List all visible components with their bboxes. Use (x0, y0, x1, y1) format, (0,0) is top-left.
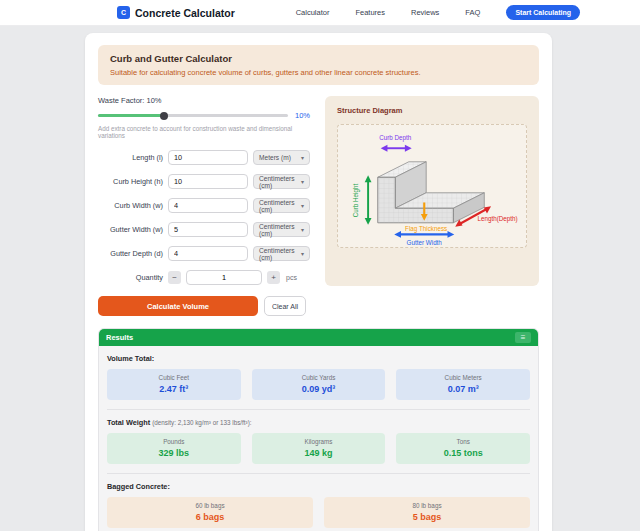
slider-thumb[interactable] (160, 112, 168, 120)
waste-factor-slider[interactable] (98, 114, 288, 117)
arrow-left-icon (394, 231, 401, 238)
density-note: (density: 2,130 kg/m³ or 133 lbs/ft³): (152, 419, 251, 426)
nav-calculator[interactable]: Calculator (296, 8, 330, 17)
calculator-banner: Curb and Gutter Calculator Suitable for … (98, 45, 539, 85)
top-navbar: C Concrete Calculator Calculator Feature… (0, 0, 640, 26)
chevron-down-icon: ▾ (301, 202, 304, 209)
volume-total-label: Volume Total: (107, 354, 530, 363)
tons-value: 0.15 tons (400, 448, 526, 458)
gutter-depth-input[interactable] (168, 246, 248, 261)
waste-factor-hint: Add extra concrete to account for constr… (98, 125, 310, 139)
calculator-body: Waste Factor: 10% 10% Add extra concrete… (98, 96, 539, 316)
start-calculating-button[interactable]: Start Calculating (506, 5, 580, 20)
slider-fill (98, 114, 164, 117)
gutter-width-label: Gutter Width (407, 239, 443, 246)
tons-label: Tons (400, 438, 526, 445)
quantity-label: Quantity (98, 273, 163, 282)
results-section: Results ≡ Volume Total: Cubic Feet 2.47 … (98, 328, 539, 531)
chevron-down-icon: ▾ (301, 250, 304, 257)
waste-factor-row: 10% (98, 111, 310, 120)
waste-factor-label: Waste Factor: 10% (98, 96, 310, 105)
quantity-increment-button[interactable]: + (267, 271, 280, 284)
curb-height-unit-value: Centimeters (cm) (259, 175, 301, 189)
quantity-row: Quantity − + pcs (98, 270, 310, 285)
length-field-row: Length (l) Meters (m) ▾ (98, 150, 310, 165)
curb-height-unit-select[interactable]: Centimeters (cm) ▾ (253, 174, 310, 189)
action-row: Calculate Volume Clear All (98, 296, 310, 316)
length-depth-label: Length(Depth) (478, 215, 518, 223)
cubic-meters-value: 0.07 m³ (400, 384, 526, 394)
curb-height-input[interactable] (168, 174, 248, 189)
gutter-width-unit-value: Centimeters (cm) (259, 223, 301, 237)
results-header: Results ≡ (99, 329, 538, 346)
results-menu-icon[interactable]: ≡ (515, 332, 531, 343)
gutter-depth-label: Gutter Depth (d) (98, 249, 163, 258)
quantity-decrement-button[interactable]: − (168, 271, 181, 284)
nav-reviews[interactable]: Reviews (411, 8, 439, 17)
cubic-feet-card: Cubic Feet 2.47 ft³ (107, 369, 241, 400)
gutter-width-input[interactable] (168, 222, 248, 237)
gutter-width-field-row: Gutter Width (w) Centimeters (cm) ▾ (98, 222, 310, 237)
gutter-depth-field-row: Gutter Depth (d) Centimeters (cm) ▾ (98, 246, 310, 261)
weight-cards: Pounds 329 lbs Kilograms 149 kg Tons 0.1… (107, 433, 530, 464)
cubic-yards-card: Cubic Yards 0.09 yd³ (252, 369, 386, 400)
chevron-down-icon: ▾ (301, 226, 304, 233)
curb-height-label: Curb Height (h) (98, 177, 163, 186)
curb-height-label: Curb Height (352, 184, 360, 218)
chevron-down-icon: ▾ (301, 178, 304, 185)
quantity-input[interactable] (186, 270, 262, 285)
divider (107, 473, 530, 474)
clear-all-button[interactable]: Clear All (264, 296, 306, 316)
bags-80lb-label: 80 lb bags (328, 502, 526, 509)
nav-features[interactable]: Features (355, 8, 385, 17)
calculate-volume-button[interactable]: Calculate Volume (98, 296, 258, 316)
kilograms-label: Kilograms (256, 438, 382, 445)
bagged-concrete-label: Bagged Concrete: (107, 482, 530, 491)
cubic-feet-label: Cubic Feet (111, 374, 237, 381)
tons-card: Tons 0.15 tons (396, 433, 530, 464)
main-nav: Calculator Features Reviews FAQ Start Ca… (296, 5, 580, 20)
length-label: Length (l) (98, 153, 163, 162)
bag-cards: 60 lb bags 6 bags 80 lb bags 5 bags (107, 497, 530, 528)
kilograms-value: 149 kg (256, 448, 382, 458)
curb-width-unit-select[interactable]: Centimeters (cm) ▾ (253, 198, 310, 213)
kilograms-card: Kilograms 149 kg (252, 433, 386, 464)
structure-diagram-panel: Structure Diagram (325, 96, 539, 286)
length-input[interactable] (168, 150, 248, 165)
curb-width-unit-value: Centimeters (cm) (259, 199, 301, 213)
gutter-depth-unit-value: Centimeters (cm) (259, 247, 301, 261)
cubic-meters-card: Cubic Meters 0.07 m³ (396, 369, 530, 400)
pounds-card: Pounds 329 lbs (107, 433, 241, 464)
flag-thickness-label: Flag Thickness (405, 225, 447, 233)
gutter-width-unit-select[interactable]: Centimeters (cm) ▾ (253, 222, 310, 237)
input-form: Waste Factor: 10% 10% Add extra concrete… (98, 96, 310, 316)
nav-faq[interactable]: FAQ (465, 8, 480, 17)
divider (107, 409, 530, 410)
arrow-right-icon (405, 145, 412, 152)
cubic-yards-value: 0.09 yd³ (256, 384, 382, 394)
app-title: Concrete Calculator (135, 7, 235, 19)
cubic-feet-value: 2.47 ft³ (111, 384, 237, 394)
gutter-width-label: Gutter Width (w) (98, 225, 163, 234)
arrow-down-icon (365, 218, 372, 225)
bags-60lb-value: 6 bags (111, 512, 309, 522)
curb-width-input[interactable] (168, 198, 248, 213)
gutter-depth-unit-select[interactable]: Centimeters (cm) ▾ (253, 246, 310, 261)
curb-gutter-diagram: Curb Depth Curb Height Flag Thickness (342, 125, 522, 247)
bags-80lb-card: 80 lb bags 5 bags (324, 497, 530, 528)
logo-letter: C (121, 9, 126, 16)
curb-height-field-row: Curb Height (h) Centimeters (cm) ▾ (98, 174, 310, 189)
curb-width-label: Curb Width (w) (98, 201, 163, 210)
calculator-title: Curb and Gutter Calculator (110, 53, 527, 64)
length-unit-select[interactable]: Meters (m) ▾ (253, 150, 310, 165)
bags-60lb-label: 60 lb bags (111, 502, 309, 509)
quantity-unit-label: pcs (286, 274, 297, 281)
structure-diagram-title: Structure Diagram (337, 106, 527, 115)
brand: C Concrete Calculator (117, 6, 235, 19)
cubic-yards-label: Cubic Yards (256, 374, 382, 381)
arrow-right-icon (447, 231, 454, 238)
bags-80lb-value: 5 bags (328, 512, 526, 522)
pounds-label: Pounds (111, 438, 237, 445)
chevron-down-icon: ▾ (301, 154, 304, 161)
waste-factor-value: 10% (295, 111, 310, 120)
